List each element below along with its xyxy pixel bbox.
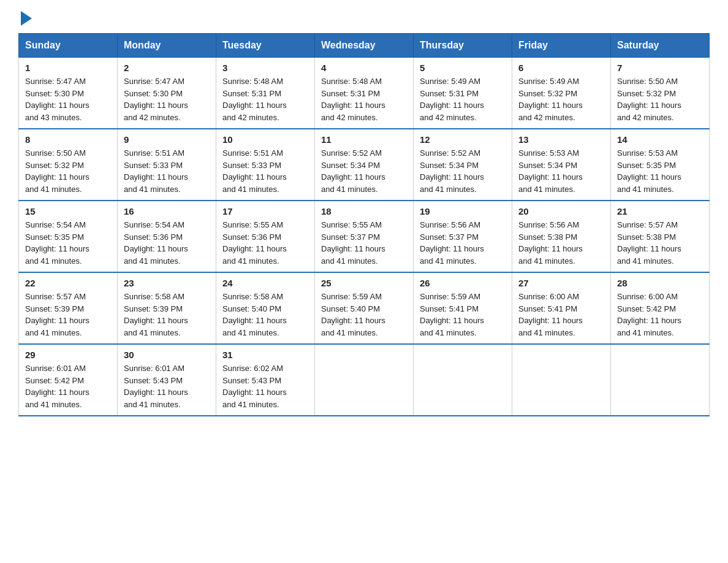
day-info: Sunrise: 6:00 AMSunset: 5:42 PMDaylight:…: [617, 292, 681, 337]
header-cell-monday: Monday: [118, 34, 216, 58]
header-row: SundayMondayTuesdayWednesdayThursdayFrid…: [19, 34, 710, 58]
day-number: 25: [321, 278, 407, 288]
day-info: Sunrise: 5:52 AMSunset: 5:34 PMDaylight:…: [420, 148, 484, 194]
day-info: Sunrise: 5:49 AMSunset: 5:31 PMDaylight:…: [420, 77, 484, 122]
header-cell-saturday: Saturday: [611, 34, 710, 58]
calendar-cell: 15 Sunrise: 5:54 AMSunset: 5:35 PMDaylig…: [19, 201, 118, 272]
calendar-cell: 18 Sunrise: 5:55 AMSunset: 5:37 PMDaylig…: [315, 201, 414, 272]
day-info: Sunrise: 5:58 AMSunset: 5:40 PMDaylight:…: [222, 292, 287, 337]
calendar-cell: 1 Sunrise: 5:47 AMSunset: 5:30 PMDayligh…: [19, 58, 118, 129]
header-cell-thursday: Thursday: [414, 34, 512, 58]
day-info: Sunrise: 5:48 AMSunset: 5:31 PMDaylight:…: [222, 77, 287, 122]
calendar-cell: 7 Sunrise: 5:50 AMSunset: 5:32 PMDayligh…: [611, 58, 710, 129]
day-number: 8: [25, 134, 111, 145]
day-number: 5: [420, 63, 506, 73]
day-info: Sunrise: 5:58 AMSunset: 5:39 PMDaylight:…: [124, 292, 188, 337]
day-info: Sunrise: 6:00 AMSunset: 5:41 PMDaylight:…: [518, 292, 583, 337]
calendar-cell: 9 Sunrise: 5:51 AMSunset: 5:33 PMDayligh…: [118, 129, 216, 201]
calendar-cell: 11 Sunrise: 5:52 AMSunset: 5:34 PMDaylig…: [315, 129, 414, 201]
day-number: 17: [222, 206, 308, 216]
calendar-cell: 20 Sunrise: 5:56 AMSunset: 5:38 PMDaylig…: [512, 201, 611, 272]
day-number: 31: [222, 350, 308, 360]
day-info: Sunrise: 5:57 AMSunset: 5:39 PMDaylight:…: [25, 292, 89, 337]
calendar-week-row: 1 Sunrise: 5:47 AMSunset: 5:30 PMDayligh…: [19, 58, 710, 129]
calendar-cell: 24 Sunrise: 5:58 AMSunset: 5:40 PMDaylig…: [216, 272, 315, 344]
day-number: 19: [420, 206, 506, 216]
day-number: 6: [518, 63, 604, 73]
day-info: Sunrise: 5:59 AMSunset: 5:41 PMDaylight:…: [420, 292, 484, 337]
day-number: 10: [222, 134, 308, 145]
calendar-cell: 5 Sunrise: 5:49 AMSunset: 5:31 PMDayligh…: [414, 58, 512, 129]
day-info: Sunrise: 5:52 AMSunset: 5:34 PMDaylight:…: [321, 148, 385, 194]
day-number: 24: [222, 278, 308, 288]
logo: [18, 12, 32, 27]
calendar-week-row: 15 Sunrise: 5:54 AMSunset: 5:35 PMDaylig…: [19, 201, 710, 272]
day-info: Sunrise: 5:54 AMSunset: 5:36 PMDaylight:…: [124, 220, 188, 266]
calendar-cell: 23 Sunrise: 5:58 AMSunset: 5:39 PMDaylig…: [118, 272, 216, 344]
calendar-cell: 16 Sunrise: 5:54 AMSunset: 5:36 PMDaylig…: [118, 201, 216, 272]
logo-arrow-icon: [21, 11, 32, 26]
calendar-cell: 29 Sunrise: 6:01 AMSunset: 5:42 PMDaylig…: [19, 344, 118, 416]
day-number: 13: [518, 134, 604, 145]
calendar-cell: 28 Sunrise: 6:00 AMSunset: 5:42 PMDaylig…: [611, 272, 710, 344]
calendar-cell: 4 Sunrise: 5:48 AMSunset: 5:31 PMDayligh…: [315, 58, 414, 129]
day-number: 1: [25, 63, 111, 73]
day-info: Sunrise: 6:01 AMSunset: 5:42 PMDaylight:…: [25, 364, 89, 409]
calendar-week-row: 22 Sunrise: 5:57 AMSunset: 5:39 PMDaylig…: [19, 272, 710, 344]
calendar-cell: 17 Sunrise: 5:55 AMSunset: 5:36 PMDaylig…: [216, 201, 315, 272]
header-cell-friday: Friday: [512, 34, 611, 58]
calendar-cell: 10 Sunrise: 5:51 AMSunset: 5:33 PMDaylig…: [216, 129, 315, 201]
calendar-cell: [611, 344, 710, 416]
day-number: 3: [222, 63, 308, 73]
day-info: Sunrise: 6:01 AMSunset: 5:43 PMDaylight:…: [124, 364, 188, 409]
calendar-cell: 25 Sunrise: 5:59 AMSunset: 5:40 PMDaylig…: [315, 272, 414, 344]
day-number: 15: [25, 206, 111, 216]
calendar-cell: 12 Sunrise: 5:52 AMSunset: 5:34 PMDaylig…: [414, 129, 512, 201]
calendar-week-row: 8 Sunrise: 5:50 AMSunset: 5:32 PMDayligh…: [19, 129, 710, 201]
calendar-header: SundayMondayTuesdayWednesdayThursdayFrid…: [19, 34, 710, 58]
day-number: 26: [420, 278, 506, 288]
calendar-week-row: 29 Sunrise: 6:01 AMSunset: 5:42 PMDaylig…: [19, 344, 710, 416]
calendar-cell: 6 Sunrise: 5:49 AMSunset: 5:32 PMDayligh…: [512, 58, 611, 129]
day-info: Sunrise: 5:51 AMSunset: 5:33 PMDaylight:…: [222, 148, 287, 194]
calendar-cell: [414, 344, 512, 416]
calendar-cell: 27 Sunrise: 6:00 AMSunset: 5:41 PMDaylig…: [512, 272, 611, 344]
calendar-cell: 13 Sunrise: 5:53 AMSunset: 5:34 PMDaylig…: [512, 129, 611, 201]
day-info: Sunrise: 5:57 AMSunset: 5:38 PMDaylight:…: [617, 220, 681, 266]
day-number: 16: [124, 206, 210, 216]
day-info: Sunrise: 5:54 AMSunset: 5:35 PMDaylight:…: [25, 220, 89, 266]
calendar-cell: 3 Sunrise: 5:48 AMSunset: 5:31 PMDayligh…: [216, 58, 315, 129]
header-cell-sunday: Sunday: [19, 34, 118, 58]
day-number: 27: [518, 278, 604, 288]
calendar-cell: 19 Sunrise: 5:56 AMSunset: 5:37 PMDaylig…: [414, 201, 512, 272]
day-number: 20: [518, 206, 604, 216]
calendar-cell: 26 Sunrise: 5:59 AMSunset: 5:41 PMDaylig…: [414, 272, 512, 344]
day-number: 7: [617, 63, 703, 73]
day-info: Sunrise: 5:53 AMSunset: 5:35 PMDaylight:…: [617, 148, 681, 194]
calendar-cell: 14 Sunrise: 5:53 AMSunset: 5:35 PMDaylig…: [611, 129, 710, 201]
page-header: [18, 12, 710, 27]
day-info: Sunrise: 6:02 AMSunset: 5:43 PMDaylight:…: [222, 364, 287, 409]
calendar-table: SundayMondayTuesdayWednesdayThursdayFrid…: [18, 33, 710, 416]
day-info: Sunrise: 5:47 AMSunset: 5:30 PMDaylight:…: [124, 77, 188, 122]
day-number: 28: [617, 278, 703, 288]
day-info: Sunrise: 5:48 AMSunset: 5:31 PMDaylight:…: [321, 77, 385, 122]
header-cell-tuesday: Tuesday: [216, 34, 315, 58]
day-number: 4: [321, 63, 407, 73]
calendar-cell: 30 Sunrise: 6:01 AMSunset: 5:43 PMDaylig…: [118, 344, 216, 416]
day-info: Sunrise: 5:56 AMSunset: 5:38 PMDaylight:…: [518, 220, 583, 266]
day-info: Sunrise: 5:50 AMSunset: 5:32 PMDaylight:…: [617, 77, 681, 122]
day-number: 22: [25, 278, 111, 288]
day-info: Sunrise: 5:59 AMSunset: 5:40 PMDaylight:…: [321, 292, 385, 337]
day-number: 23: [124, 278, 210, 288]
day-info: Sunrise: 5:55 AMSunset: 5:36 PMDaylight:…: [222, 220, 287, 266]
day-number: 18: [321, 206, 407, 216]
day-number: 14: [617, 134, 703, 145]
day-info: Sunrise: 5:56 AMSunset: 5:37 PMDaylight:…: [420, 220, 484, 266]
day-info: Sunrise: 5:51 AMSunset: 5:33 PMDaylight:…: [124, 148, 188, 194]
calendar-cell: 2 Sunrise: 5:47 AMSunset: 5:30 PMDayligh…: [118, 58, 216, 129]
day-number: 30: [124, 350, 210, 360]
day-number: 2: [124, 63, 210, 73]
day-info: Sunrise: 5:47 AMSunset: 5:30 PMDaylight:…: [25, 77, 89, 122]
calendar-cell: 21 Sunrise: 5:57 AMSunset: 5:38 PMDaylig…: [611, 201, 710, 272]
